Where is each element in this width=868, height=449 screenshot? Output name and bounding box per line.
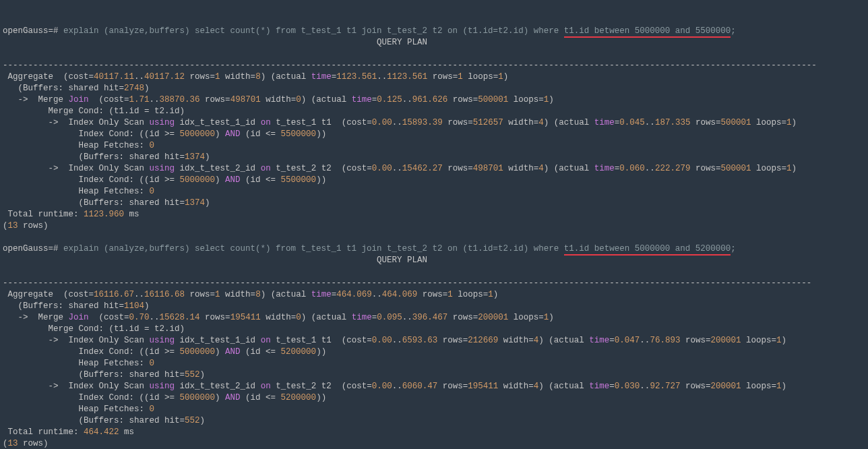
plan-ios1-heap-2: Heap Fetches: 0 [3, 359, 154, 368]
plan-merge-join-2: -> Merge Join (cost=0.70..15628.14 rows=… [3, 313, 554, 322]
plan-aggregate-2: Aggregate (cost=16116.67..16116.68 rows=… [3, 290, 498, 299]
plan-ios2-buf-2: (Buffers: shared hit=552) [3, 416, 205, 425]
plan-ios1-buf-1: (Buffers: shared hit=1374) [3, 152, 210, 162]
plan-ios2-heap-1: Heap Fetches: 0 [3, 187, 154, 196]
plan-merge-cond-1: Merge Cond: (t1.id = t2.id) [3, 107, 185, 116]
plan-ios1-buf-2: (Buffers: shared hit=552) [3, 370, 205, 380]
plan-merge-join-1: -> Merge Join (cost=1.71..38870.36 rows=… [3, 95, 554, 104]
plan-buffers-1: (Buffers: shared hit=2748) [3, 84, 150, 93]
plan-rowcount-2: (13 rows) [3, 439, 49, 448]
plan-ios1-1: -> Index Only Scan using idx_t_test_1_id… [3, 118, 797, 127]
where-clause-1: t1.id between 5000000 and 5500000 [564, 26, 731, 38]
prompt-2: openGauss=# explain (analyze,buffers) se… [3, 244, 736, 256]
plan-rowcount-1: (13 rows) [3, 221, 49, 231]
plan-aggregate-1: Aggregate (cost=40117.11..40117.12 rows=… [3, 72, 508, 82]
plan-ios1-2: -> Index Only Scan using idx_t_test_1_id… [3, 336, 786, 345]
plan-ios2-2: -> Index Only Scan using idx_t_test_2_id… [3, 382, 786, 391]
plan-ios2-heap-2: Heap Fetches: 0 [3, 405, 154, 414]
plan-buffers-2: (Buffers: shared hit=1104) [3, 301, 150, 311]
plan-ios1-heap-1: Heap Fetches: 0 [3, 141, 154, 150]
plan-ios1-cond-1: Index Cond: ((id >= 5000000) AND (id <= … [3, 129, 326, 139]
plan-runtime-2: Total runtime: 464.422 ms [3, 427, 134, 437]
dash-line-2: ----------------------------------------… [3, 278, 811, 288]
plan-ios2-buf-1: (Buffers: shared hit=1374) [3, 198, 210, 208]
query-plan-header-1: QUERY PLAN [3, 38, 427, 47]
plan-ios1-cond-2: Index Cond: ((id >= 5000000) AND (id <= … [3, 347, 326, 357]
terminal-output: openGauss=# explain (analyze,buffers) se… [3, 26, 865, 449]
dash-line-1: ----------------------------------------… [3, 61, 817, 70]
plan-runtime-1: Total runtime: 1123.960 ms [3, 210, 140, 219]
prompt-1: openGauss=# explain (analyze,buffers) se… [3, 26, 736, 38]
query-plan-header-2: QUERY PLAN [3, 256, 427, 265]
plan-ios2-cond-2: Index Cond: ((id >= 5000000) AND (id <= … [3, 393, 326, 402]
where-clause-2: t1.id between 5000000 and 5200000 [564, 244, 731, 256]
plan-ios2-1: -> Index Only Scan using idx_t_test_2_id… [3, 164, 797, 173]
plan-merge-cond-2: Merge Cond: (t1.id = t2.id) [3, 324, 185, 334]
plan-ios2-cond-1: Index Cond: ((id >= 5000000) AND (id <= … [3, 175, 326, 185]
